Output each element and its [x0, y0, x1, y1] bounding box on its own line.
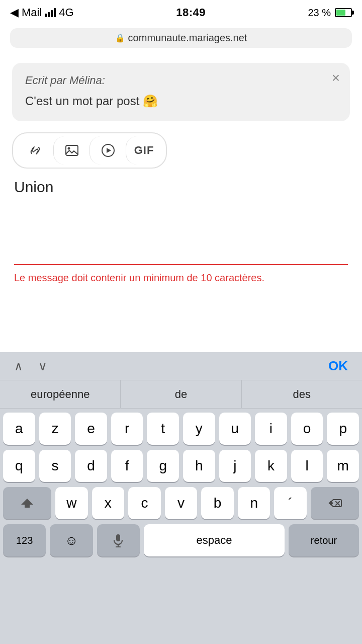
message-input-text: Union	[14, 179, 348, 259]
content-area: Ecrit par Mélina: C'est un mot par post …	[0, 53, 362, 284]
input-underline	[14, 264, 348, 265]
gif-button[interactable]: GIF	[126, 136, 162, 165]
emoji-key[interactable]: ☺	[50, 524, 93, 556]
key-d[interactable]: d	[75, 450, 107, 482]
key-accent[interactable]: ´	[274, 487, 307, 519]
autocomplete-item-2[interactable]: de	[120, 380, 241, 408]
mic-key[interactable]	[97, 524, 140, 556]
battery-icon	[335, 8, 352, 17]
key-b[interactable]: b	[201, 487, 234, 519]
key-k[interactable]: k	[255, 450, 287, 482]
keyboard-ok-button[interactable]: OK	[328, 358, 348, 374]
keyboard-toolbar: ∧ ∨ OK	[0, 352, 362, 380]
keyboard-row-2: q s d f g h j k l m	[3, 450, 359, 482]
autocomplete-item-3[interactable]: des	[241, 380, 362, 408]
keyboard-row-4: 123 ☺ espace retour	[3, 524, 359, 556]
key-j[interactable]: j	[219, 450, 251, 482]
key-a[interactable]: a	[3, 413, 35, 445]
key-c[interactable]: c	[128, 487, 161, 519]
key-v[interactable]: v	[165, 487, 198, 519]
key-f[interactable]: f	[111, 450, 143, 482]
key-m[interactable]: m	[327, 450, 359, 482]
video-button[interactable]	[89, 136, 126, 165]
message-input-area[interactable]: Union Le message doit contenir un minimu…	[12, 179, 350, 284]
key-s[interactable]: s	[39, 450, 71, 482]
key-r[interactable]: r	[111, 413, 143, 445]
keyboard-row-1: a z e r t y u i o p	[3, 413, 359, 445]
url-bar[interactable]: 🔒 communaute.mariages.net	[0, 25, 362, 53]
svg-rect-3	[116, 534, 120, 541]
keyboard[interactable]: ∧ ∨ OK européenne de des a z e r t y u i…	[0, 352, 362, 644]
backspace-key[interactable]	[311, 487, 359, 519]
gif-label: GIF	[134, 144, 154, 157]
close-quote-button[interactable]: ×	[332, 71, 340, 85]
quote-box: Ecrit par Mélina: C'est un mot par post …	[12, 63, 350, 121]
key-w[interactable]: w	[55, 487, 88, 519]
error-message: Le message doit contenir un minimum de 1…	[14, 272, 348, 284]
keyboard-row-3: w x c v b n ´	[3, 487, 359, 519]
key-q[interactable]: q	[3, 450, 35, 482]
nav-arrows: ∧ ∨	[14, 359, 47, 373]
key-h[interactable]: h	[183, 450, 215, 482]
key-t[interactable]: t	[147, 413, 179, 445]
image-button[interactable]	[53, 136, 89, 165]
lock-icon: 🔒	[115, 33, 125, 43]
svg-point-1	[67, 147, 70, 150]
network-type: 4G	[59, 6, 73, 19]
carrier-label: Mail	[22, 6, 42, 19]
key-z[interactable]: z	[39, 413, 71, 445]
status-bar: ◀ Mail 4G 18:49 23 %	[0, 0, 362, 25]
autocomplete-bar: européenne de des	[0, 380, 362, 409]
number-key[interactable]: 123	[3, 524, 46, 556]
battery-area: 23 %	[308, 7, 352, 19]
autocomplete-item-1[interactable]: européenne	[0, 380, 120, 408]
space-key[interactable]: espace	[144, 524, 285, 556]
prev-field-button[interactable]: ∧	[14, 359, 23, 373]
battery-percentage: 23 %	[308, 7, 331, 19]
quote-author: Ecrit par Mélina:	[25, 74, 337, 87]
key-g[interactable]: g	[147, 450, 179, 482]
return-key[interactable]: retour	[289, 524, 359, 556]
key-e[interactable]: e	[75, 413, 107, 445]
time-display: 18:49	[176, 6, 206, 19]
link-button[interactable]	[17, 136, 53, 165]
back-arrow-icon: ◀	[10, 6, 19, 19]
url-bar-inner[interactable]: 🔒 communaute.mariages.net	[10, 28, 352, 48]
key-p[interactable]: p	[327, 413, 359, 445]
svg-rect-0	[66, 145, 78, 155]
key-o[interactable]: o	[291, 413, 323, 445]
quote-text: C'est un mot par post 🤗	[25, 94, 337, 108]
key-i[interactable]: i	[255, 413, 287, 445]
status-carrier: ◀ Mail 4G	[10, 6, 74, 19]
key-y[interactable]: y	[183, 413, 215, 445]
signal-bars	[45, 8, 56, 17]
home-indicator	[0, 558, 362, 561]
key-x[interactable]: x	[92, 487, 125, 519]
key-u[interactable]: u	[219, 413, 251, 445]
next-field-button[interactable]: ∨	[38, 359, 47, 373]
down-arrow-icon: ∨	[38, 359, 47, 373]
formatting-toolbar: GIF	[12, 132, 167, 169]
shift-key[interactable]	[3, 487, 51, 519]
up-arrow-icon: ∧	[14, 359, 23, 373]
key-l[interactable]: l	[291, 450, 323, 482]
key-n[interactable]: n	[238, 487, 270, 519]
url-text: communaute.mariages.net	[128, 32, 247, 44]
keyboard-rows: a z e r t y u i o p q s d f g h j k l m	[0, 409, 362, 558]
